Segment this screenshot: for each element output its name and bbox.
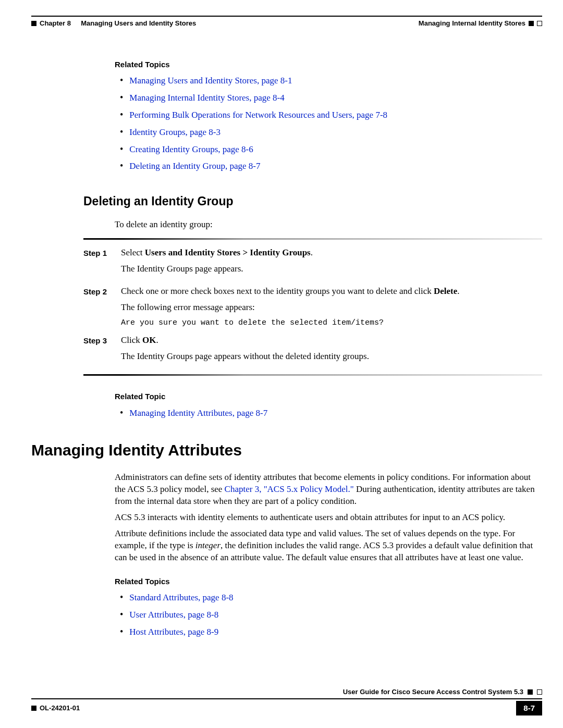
divider (83, 374, 542, 376)
page-header: Chapter 8 Managing Users and Identity St… (31, 16, 542, 28)
related-topics-list: Managing Users and Identity Stores, page… (115, 74, 542, 173)
guide-title: User Guide for Cisco Secure Access Contr… (343, 687, 523, 697)
intro-text: To delete an identity group: (115, 219, 542, 231)
footer-marker-icon (31, 706, 36, 711)
step-label: Step 3 (83, 335, 112, 367)
section-heading-attributes: Managing Identity Attributes (31, 440, 542, 461)
step-label: Step 2 (83, 286, 112, 328)
related-link[interactable]: User Attributes, page 8-8 (129, 610, 218, 620)
confirmation-message: Are you sure you want to delete the sele… (121, 318, 542, 328)
related-topics-heading: Related Topics (115, 576, 542, 587)
related-topic-list: Managing Identity Attributes, page 8-7 (115, 406, 542, 419)
related-link[interactable]: Identity Groups, page 8-3 (129, 127, 221, 137)
related-link[interactable]: Deleting an Identity Group, page 8-7 (129, 161, 260, 171)
header-marker-icon (537, 21, 542, 26)
chapter-3-link[interactable]: Chapter 3, "ACS 5.x Policy Model." (225, 484, 354, 494)
section-heading-deleting: Deleting an Identity Group (83, 193, 542, 209)
page-footer: User Guide for Cisco Secure Access Contr… (31, 687, 542, 715)
related-link[interactable]: Standard Attributes, page 8-8 (129, 593, 233, 602)
chapter-title: Managing Users and Identity Stores (81, 19, 196, 28)
related-link[interactable]: Managing Identity Attributes, page 8-7 (129, 408, 267, 418)
related-link[interactable]: Creating Identity Groups, page 8-6 (129, 144, 253, 154)
attr-p2: ACS 5.3 interacts with identity elements… (115, 512, 542, 524)
doc-number: OL-24201-01 (40, 704, 80, 713)
footer-marker-icon (537, 689, 542, 695)
related-topics-heading: Related Topics (115, 59, 542, 70)
attr-p3: Attribute definitions include the associ… (115, 528, 542, 564)
related-link[interactable]: Managing Internal Identity Stores, page … (129, 93, 284, 103)
related-link[interactable]: Host Attributes, page 8-9 (129, 627, 218, 637)
related-link[interactable]: Performing Bulk Operations for Network R… (129, 110, 387, 120)
related-link[interactable]: Managing Users and Identity Stores, page… (129, 76, 292, 85)
related-topics-list: Standard Attributes, page 8-8 User Attri… (115, 591, 542, 638)
step-3-text: Click OK. The Identity Groups page appea… (121, 335, 542, 367)
step-label: Step 1 (83, 247, 112, 279)
footer-marker-icon (528, 689, 533, 695)
page-number: 8-7 (516, 701, 542, 715)
step-2-text: Check one or more check boxes next to th… (121, 286, 542, 328)
divider (83, 238, 542, 240)
related-topic-heading: Related Topic (115, 391, 542, 402)
step-1-text: Select Users and Identity Stores > Ident… (121, 247, 542, 279)
chapter-label: Chapter 8 (40, 19, 71, 28)
attr-p1: Administrators can define sets of identi… (115, 472, 542, 508)
header-marker-icon (31, 21, 36, 26)
header-marker-icon (529, 21, 534, 26)
section-title: Managing Internal Identity Stores (419, 19, 525, 28)
